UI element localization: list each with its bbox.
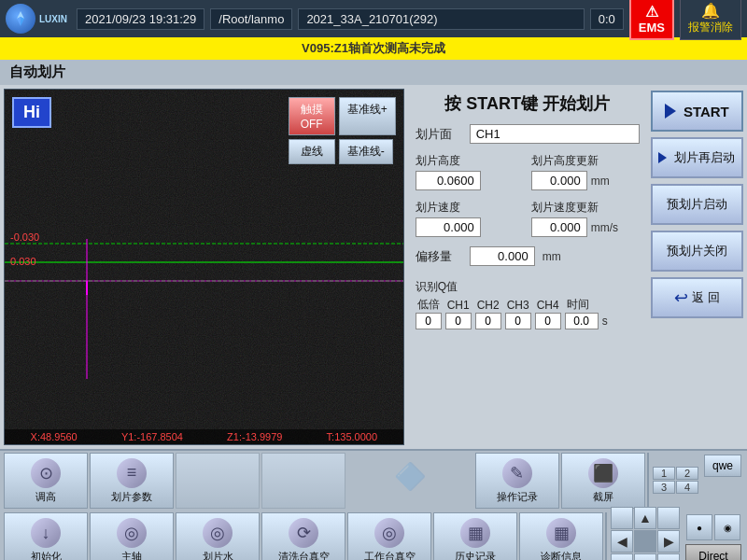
start-button[interactable]: START bbox=[651, 91, 743, 132]
ems-icon: ⚠ bbox=[645, 3, 658, 21]
x-coord: X:48.9560 bbox=[31, 431, 78, 442]
work-vacuum-icon: ◎ bbox=[374, 518, 404, 548]
key-1[interactable]: 1 bbox=[653, 467, 675, 480]
slice-height-input[interactable] bbox=[416, 171, 481, 190]
q-ch4-input[interactable] bbox=[535, 313, 561, 329]
key-4[interactable]: 4 bbox=[676, 481, 698, 494]
tool-slice-water-label: 划片水 bbox=[203, 550, 233, 560]
q-title: 识别Q值 bbox=[416, 279, 640, 295]
q-ch2-input[interactable] bbox=[475, 313, 501, 329]
right-panel: 按 START键 开始划片 划片面 document.currentScript… bbox=[408, 85, 647, 449]
tool-clean-vacuum[interactable]: ⟳ 清洗台真空 bbox=[261, 512, 345, 560]
page-title: 自动划片 bbox=[0, 60, 747, 85]
tool-screenshot[interactable]: ⬛ 截屏 bbox=[561, 453, 645, 509]
tool-work-vacuum[interactable]: ◎ 工作台真空 bbox=[347, 512, 431, 560]
report-button[interactable]: 🔔 报警消除 bbox=[680, 0, 741, 40]
keypad-area: 1 2 3 4 bbox=[651, 453, 700, 509]
slice-face-row: 划片面 document.currentScript.previousEleme… bbox=[416, 124, 640, 144]
q-ch3-input[interactable] bbox=[505, 313, 531, 329]
return-button[interactable]: ↩ 返 回 bbox=[651, 277, 743, 318]
tool-slice-water[interactable]: ◎ 划片水 bbox=[176, 512, 260, 560]
tool-initialize-label: 初始化 bbox=[31, 550, 62, 560]
tool-adjust-height[interactable]: ⊙ 调高 bbox=[4, 453, 88, 509]
key-3[interactable]: 3 bbox=[653, 481, 675, 494]
nav-left[interactable]: ◀ bbox=[611, 530, 633, 553]
touch-label: 触摸 bbox=[297, 102, 327, 118]
clean-vacuum-icon: ⟳ bbox=[289, 518, 318, 548]
pre-stop-button[interactable]: 预划片关闭 bbox=[651, 231, 743, 272]
return-label: 返 回 bbox=[692, 289, 720, 306]
nav-right[interactable]: ▶ bbox=[657, 530, 680, 553]
pre-start-label: 预划片启动 bbox=[667, 196, 727, 213]
slice-height-update-input[interactable] bbox=[531, 171, 587, 190]
q-ch3-header: CH3 bbox=[505, 299, 531, 312]
offset-label: 偏移量 bbox=[416, 248, 462, 265]
t-coord: T:135.0000 bbox=[327, 431, 377, 442]
ems-label: EMS bbox=[639, 21, 665, 35]
touch-state: OFF bbox=[297, 118, 327, 131]
q-time-header: 时间 bbox=[565, 297, 591, 313]
pre-start-button[interactable]: 预划片启动 bbox=[651, 184, 743, 225]
adjust-height-icon: ⊙ bbox=[31, 458, 61, 488]
speed-row: 划片速度 划片速度更新 mm/s bbox=[416, 200, 640, 237]
watermark-svg: 🔷 bbox=[373, 453, 447, 509]
nav-up[interactable]: ▲ bbox=[634, 507, 656, 529]
q-ch1-input[interactable] bbox=[445, 313, 472, 329]
key-2[interactable]: 2 bbox=[676, 467, 698, 480]
nav-down[interactable]: ▼ bbox=[634, 553, 656, 561]
slice-speed-input[interactable] bbox=[416, 217, 481, 237]
q-low-input[interactable] bbox=[416, 313, 442, 329]
restart-button[interactable]: 划片再启动 bbox=[651, 137, 743, 178]
baseline-minus-button[interactable]: 基准线- bbox=[339, 139, 393, 164]
y-coord: Y1:-167.8504 bbox=[121, 431, 183, 442]
tool-slice-params[interactable]: ≡ 划片参数 bbox=[90, 453, 174, 509]
header-coords: 0:0 bbox=[590, 8, 624, 30]
q-time-input[interactable] bbox=[565, 313, 599, 329]
media-btn-1[interactable]: ● bbox=[686, 514, 712, 540]
media-btn-2[interactable]: ◉ bbox=[714, 514, 740, 540]
slice-face-input[interactable] bbox=[470, 124, 640, 144]
qwe-button[interactable]: qwe bbox=[704, 455, 741, 477]
header-datetime: 2021/09/23 19:31:29 bbox=[77, 8, 204, 30]
slice-speed-update-input[interactable] bbox=[531, 217, 587, 237]
tool-work-vacuum-label: 工作台真空 bbox=[364, 550, 416, 560]
nav-up-left[interactable] bbox=[611, 507, 633, 529]
nav-down-right[interactable] bbox=[657, 553, 680, 561]
tool-initialize[interactable]: ↓ 初始化 bbox=[4, 512, 88, 560]
ems-button[interactable]: ⚠ EMS bbox=[629, 0, 674, 40]
camera-footer: X:48.9560 Y1:-167.8504 Z1:-13.9979 T:135… bbox=[5, 429, 403, 444]
tool-operation-log[interactable]: ✎ 操作记录 bbox=[475, 453, 559, 509]
tool-diagnostics[interactable]: ▦ 诊断信息 bbox=[519, 512, 603, 560]
main-content: -0.030 0.030 Hi 触摸 OFF 基准线+ 虚线 基准线- X:48… bbox=[0, 85, 747, 449]
touch-button[interactable]: 触摸 OFF bbox=[289, 97, 335, 135]
offset-row: 偏移量 mm bbox=[416, 246, 640, 266]
direct-button[interactable]: Direct bbox=[685, 544, 741, 560]
history-icon: ▦ bbox=[460, 518, 490, 548]
nav-center bbox=[634, 530, 656, 553]
tool-diagnostics-label: 诊断信息 bbox=[541, 550, 582, 560]
camera-view: -0.030 0.030 Hi 触摸 OFF 基准线+ 虚线 基准线- X:48… bbox=[4, 89, 404, 445]
virtual-line-button[interactable]: 虚线 bbox=[289, 139, 335, 164]
media-area: ● ◉ Direct bbox=[684, 512, 743, 560]
slice-params-icon: ≡ bbox=[117, 458, 147, 488]
separator-2 bbox=[605, 512, 607, 560]
offset-input[interactable] bbox=[470, 246, 535, 266]
tool-spindle[interactable]: ◎ 主轴 bbox=[90, 512, 174, 560]
pre-stop-label: 预划片关闭 bbox=[667, 243, 727, 259]
slice-speed-update-label: 划片速度更新 bbox=[531, 200, 640, 216]
baseline-plus-button[interactable]: 基准线+ bbox=[339, 97, 396, 135]
speed-unit: mm/s bbox=[591, 221, 618, 234]
nav-down-left[interactable] bbox=[611, 553, 633, 561]
q-ch2-header: CH2 bbox=[475, 299, 501, 312]
slice-speed-group: 划片速度 bbox=[416, 200, 524, 237]
start-triangle-icon bbox=[665, 104, 676, 119]
separator-1 bbox=[647, 453, 649, 509]
report-label: 报警消除 bbox=[688, 20, 733, 35]
slice-height-update-group: 划片高度更新 mm bbox=[531, 153, 640, 190]
tool-history[interactable]: ▦ 历史记录 bbox=[433, 512, 517, 560]
bell-icon: 🔔 bbox=[701, 2, 720, 20]
nav-up-right[interactable] bbox=[657, 507, 680, 529]
header-path: /Root/lanmo bbox=[210, 8, 292, 30]
initialize-icon: ↓ bbox=[31, 518, 61, 548]
bottom-toolbar: ⊙ 调高 ≡ 划片参数 🔷 ✎ 操作记录 ⬛ 截屏 1 2 bbox=[0, 449, 747, 560]
